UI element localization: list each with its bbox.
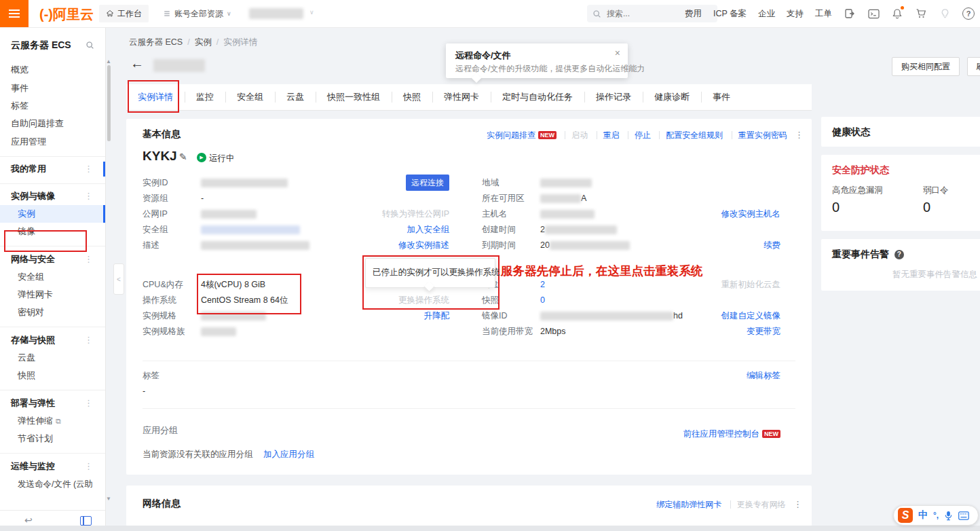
tab-snapshots[interactable]: 快照 bbox=[392, 84, 432, 110]
convert-eip-action[interactable]: 转换为弹性公网IP bbox=[382, 208, 449, 220]
breadcrumb-ecs[interactable]: 云服务器 ECS bbox=[129, 37, 195, 47]
sidebar-group-storage[interactable]: 存储与快照⋮ bbox=[0, 331, 105, 349]
ime-language-toggle[interactable]: 中 bbox=[918, 509, 928, 521]
app-switcher-icon[interactable] bbox=[844, 7, 856, 20]
create-image-action[interactable]: 创建自定义镜像 bbox=[721, 310, 781, 322]
reset-password-action[interactable]: 重置实例密码 bbox=[738, 130, 787, 140]
reboot-action[interactable]: 重启 bbox=[603, 130, 620, 140]
close-icon[interactable]: × bbox=[615, 48, 620, 58]
tab-events[interactable]: 事件 bbox=[701, 84, 742, 110]
tab-disks[interactable]: 云盘 bbox=[275, 84, 316, 110]
snapshot-count-link[interactable]: 0 bbox=[540, 295, 545, 305]
menu-enterprise[interactable]: 企业 bbox=[758, 8, 775, 20]
sidebar-group-network-security[interactable]: 网络与安全⋮ bbox=[0, 251, 105, 268]
bind-eni-action[interactable]: 绑定辅助弹性网卡 bbox=[656, 500, 721, 509]
back-arrow-icon[interactable]: ← bbox=[130, 56, 144, 71]
tab-snapshot-consistency[interactable]: 快照一致性组 bbox=[316, 84, 392, 110]
collapse-sidebar-icon[interactable] bbox=[80, 516, 92, 526]
more-actions-icon[interactable]: ⋮ bbox=[795, 130, 804, 140]
search-input[interactable] bbox=[605, 8, 696, 19]
menu-billing[interactable]: 费用 bbox=[685, 8, 702, 20]
shortcut-toggle-icon[interactable]: ↩ bbox=[24, 515, 33, 526]
renew-action[interactable]: 续费 bbox=[764, 240, 780, 251]
modify-desc-action[interactable]: 修改实例描述 bbox=[398, 240, 449, 251]
breadcrumb-instances[interactable]: 实例 bbox=[195, 37, 223, 47]
tab-eni[interactable]: 弹性网卡 bbox=[432, 84, 491, 110]
goto-app-console[interactable]: 前往应用管理控制台NEW bbox=[683, 428, 781, 440]
sidebar-item-troubleshoot[interactable]: 自助问题排查 bbox=[0, 115, 105, 132]
join-sg-action[interactable]: 加入安全组 bbox=[407, 224, 450, 236]
change-os-action[interactable]: 更换操作系统 bbox=[398, 295, 449, 306]
tab-operation-records[interactable]: 操作记录 bbox=[584, 84, 643, 110]
change-vpc-action[interactable]: 更换专有网络 bbox=[737, 500, 786, 509]
sidebar-search-icon[interactable] bbox=[86, 41, 94, 50]
question-circle-icon[interactable]: ? bbox=[894, 250, 904, 259]
collapse-panel-handle[interactable]: < bbox=[113, 263, 124, 295]
edit-name-icon[interactable]: ✎ bbox=[179, 151, 187, 162]
ime-punctuation-toggle[interactable]: °, bbox=[933, 511, 939, 520]
more-icon[interactable]: ⋮ bbox=[84, 251, 93, 268]
sidebar-item-app-management[interactable]: 应用管理 bbox=[0, 133, 105, 151]
disk-count-link[interactable]: 2 bbox=[540, 280, 545, 289]
microphone-icon[interactable] bbox=[944, 511, 953, 521]
sidebar-item-autoscaling[interactable]: 弹性伸缩⧉ bbox=[0, 412, 105, 430]
config-sg-action[interactable]: 配置安全组规则 bbox=[666, 130, 723, 140]
reinit-disk-action[interactable]: 重新初始化云盘 bbox=[721, 279, 781, 291]
sidebar-item-overview[interactable]: 概览 bbox=[0, 61, 105, 79]
hamburger-menu-icon[interactable] bbox=[0, 0, 29, 27]
lightbulb-icon[interactable] bbox=[939, 7, 951, 20]
troubleshoot-link[interactable]: 实例问题排查 bbox=[487, 130, 535, 140]
menu-support[interactable]: 支持 bbox=[787, 8, 804, 20]
more-icon[interactable]: ⋮ bbox=[84, 458, 93, 475]
more-icon[interactable]: ⋮ bbox=[84, 395, 93, 412]
notification-bell-icon[interactable] bbox=[891, 7, 903, 20]
sidebar-scrollbar-thumb[interactable] bbox=[107, 65, 111, 141]
sidebar-item-disks[interactable]: 云盘 bbox=[0, 349, 105, 367]
weak-password-value[interactable]: 0 bbox=[923, 200, 930, 215]
sidebar-group-favorites[interactable]: 我的常用⋮ bbox=[0, 160, 105, 178]
tab-monitoring[interactable]: 监控 bbox=[185, 84, 225, 110]
alibaba-cloud-logo[interactable]: (-)阿里云 bbox=[39, 5, 94, 24]
sidebar-item-tags[interactable]: 标签 bbox=[0, 97, 105, 115]
edit-tags-action[interactable]: 编辑标签 bbox=[747, 370, 780, 382]
menu-tickets[interactable]: 工单 bbox=[815, 8, 832, 20]
sidebar-group-deploy[interactable]: 部署与弹性⋮ bbox=[0, 395, 105, 412]
tab-health-diagnosis[interactable]: 健康诊断 bbox=[643, 84, 701, 110]
cloudshell-icon[interactable] bbox=[867, 7, 880, 20]
menu-icp[interactable]: ICP 备案 bbox=[713, 8, 747, 20]
scroll-up-icon[interactable]: ▲ bbox=[106, 58, 111, 65]
account-scope-selector[interactable]: 账号全部资源 ∨ bbox=[163, 0, 231, 27]
tab-security-groups[interactable]: 安全组 bbox=[225, 84, 275, 110]
stop-action[interactable]: 停止 bbox=[635, 130, 651, 140]
help-icon[interactable]: ? bbox=[962, 7, 975, 20]
sidebar-item-images[interactable]: 镜像 bbox=[0, 223, 105, 240]
sidebar-item-savings-plan[interactable]: 节省计划 bbox=[0, 430, 105, 447]
change-bandwidth-action[interactable]: 变更带宽 bbox=[747, 326, 780, 337]
cart-icon[interactable] bbox=[915, 7, 927, 20]
tab-scheduled-tasks[interactable]: 定时与自动化任务 bbox=[491, 84, 584, 110]
sidebar-item-keypairs[interactable]: 密钥对 bbox=[0, 304, 105, 321]
remote-connect-button[interactable]: 远程连接 bbox=[406, 175, 449, 191]
scroll-down-icon[interactable]: ▼ bbox=[106, 496, 111, 502]
sidebar-group-instances-images[interactable]: 实例与镜像⋮ bbox=[0, 187, 105, 205]
sidebar-item-snapshots[interactable]: 快照 bbox=[0, 367, 105, 384]
sidebar-item-events[interactable]: 事件 bbox=[0, 79, 105, 97]
sidebar-group-ops[interactable]: 运维与监控⋮ bbox=[0, 458, 105, 475]
keyboard-icon[interactable] bbox=[958, 511, 969, 520]
sidebar-item-send-command[interactable]: 发送命令/文件 (云助 bbox=[0, 475, 105, 493]
workbench-button[interactable]: 工作台 bbox=[99, 5, 149, 22]
buy-same-config-button[interactable]: 购买相同配置 bbox=[892, 57, 960, 76]
refresh-button[interactable]: 刷新 bbox=[967, 57, 980, 76]
more-actions-icon[interactable]: ⋮ bbox=[793, 499, 802, 509]
sogou-logo-icon[interactable]: S bbox=[898, 508, 913, 523]
upgrade-action[interactable]: 升降配 bbox=[424, 310, 450, 322]
more-icon[interactable]: ⋮ bbox=[84, 331, 93, 349]
vuln-value[interactable]: 0 bbox=[832, 200, 840, 215]
sidebar-item-security-groups[interactable]: 安全组 bbox=[0, 268, 105, 286]
tab-instance-details[interactable]: 实例详情 bbox=[126, 84, 185, 110]
start-action[interactable]: 启动 bbox=[571, 130, 588, 140]
more-icon[interactable]: ⋮ bbox=[84, 187, 93, 205]
modify-hostname-action[interactable]: 修改实例主机名 bbox=[721, 208, 781, 220]
sidebar-item-instances[interactable]: 实例 bbox=[0, 205, 105, 223]
sidebar-item-eni[interactable]: 弹性网卡 bbox=[0, 286, 105, 304]
